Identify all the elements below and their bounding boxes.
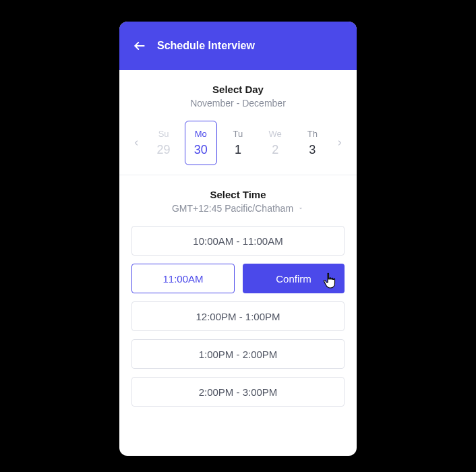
select-day-section: Select Day November - December Su29Mo30T… (119, 70, 357, 175)
day-of-week-label: We (269, 129, 282, 139)
time-slot[interactable]: 2:00PM - 3:00PM (131, 377, 345, 407)
day-of-week-label: Su (158, 129, 169, 139)
page-title: Schedule Interview (157, 40, 255, 52)
day-number-label: 29 (157, 143, 171, 157)
day-of-week-label: Th (307, 129, 318, 139)
next-days-button[interactable] (332, 137, 347, 149)
day-cell-th[interactable]: Th3 (296, 121, 328, 165)
app-header: Schedule Interview (119, 22, 357, 70)
caret-down-icon (297, 205, 304, 212)
day-cell-we[interactable]: We2 (259, 121, 291, 165)
day-number-label: 30 (194, 143, 208, 157)
day-of-week-label: Tu (233, 129, 243, 139)
schedule-interview-screen: Schedule Interview Select Day November -… (119, 22, 357, 456)
timezone-selector[interactable]: GMT+12:45 Pacific/Chatham (131, 203, 345, 214)
chevron-right-icon (336, 137, 344, 149)
confirm-button-label: Confirm (276, 273, 311, 285)
day-number-label: 2 (272, 143, 278, 157)
day-cell-mo[interactable]: Mo30 (185, 121, 217, 165)
pointer-cursor-icon (322, 272, 338, 293)
selected-slot-row: 11:00AM Confirm (131, 264, 345, 293)
selected-time-slot[interactable]: 11:00AM (131, 264, 235, 293)
day-of-week-label: Mo (195, 129, 207, 139)
month-range-label: November - December (129, 98, 347, 109)
timezone-label: GMT+12:45 Pacific/Chatham (172, 203, 293, 214)
time-slot[interactable]: 10:00AM - 11:00AM (131, 226, 345, 256)
select-time-title: Select Time (131, 189, 345, 200)
time-slot-list: 10:00AM - 11:00AM 11:00AM Confirm 12:00P… (131, 226, 345, 407)
day-cells: Su29Mo30Tu1We2Th3 (145, 121, 331, 165)
confirm-button[interactable]: Confirm (243, 264, 345, 293)
day-cell-su: Su29 (148, 121, 180, 165)
time-slot[interactable]: 12:00PM - 1:00PM (131, 301, 345, 331)
day-picker-row: Su29Mo30Tu1We2Th3 (129, 121, 347, 165)
arrow-left-icon (133, 39, 146, 53)
day-number-label: 3 (309, 143, 316, 157)
prev-days-button[interactable] (129, 137, 144, 149)
time-slot[interactable]: 1:00PM - 2:00PM (131, 339, 345, 369)
back-button[interactable] (131, 38, 148, 54)
select-day-title: Select Day (129, 84, 347, 95)
day-number-label: 1 (235, 143, 241, 157)
day-cell-tu[interactable]: Tu1 (222, 121, 254, 165)
select-time-section: Select Time GMT+12:45 Pacific/Chatham 10… (119, 175, 357, 407)
chevron-left-icon (132, 137, 140, 149)
